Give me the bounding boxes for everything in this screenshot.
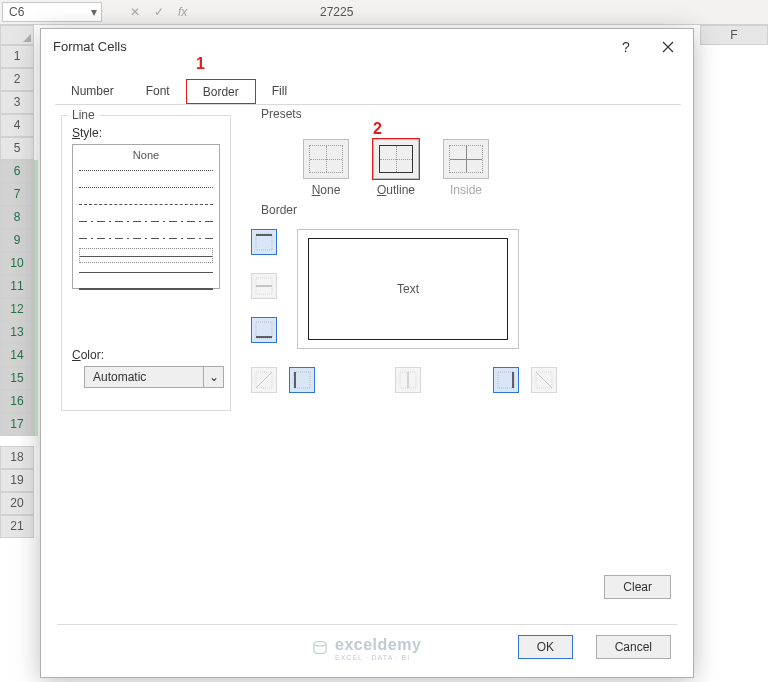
line-style-option[interactable] bbox=[79, 197, 213, 212]
diag-up-icon bbox=[255, 371, 273, 389]
presets-legend: Presets bbox=[257, 107, 306, 121]
select-all-triangle[interactable] bbox=[0, 25, 34, 45]
line-style-option[interactable] bbox=[79, 265, 213, 280]
border-diag-down-button[interactable] bbox=[531, 367, 557, 393]
row-header[interactable]: 16 bbox=[0, 390, 34, 413]
chevron-down-icon[interactable]: ▾ bbox=[91, 5, 97, 19]
line-color-dropdown-button[interactable]: ⌄ bbox=[204, 366, 224, 388]
border-bottom-button[interactable] bbox=[251, 317, 277, 343]
border-diag-up-button[interactable] bbox=[251, 367, 277, 393]
border-right-button[interactable] bbox=[493, 367, 519, 393]
border-vmiddle-icon bbox=[399, 371, 417, 389]
line-style-list[interactable]: None bbox=[72, 144, 220, 289]
chevron-down-icon: ⌄ bbox=[209, 370, 219, 384]
clear-label: Clear bbox=[623, 580, 652, 594]
row-header[interactable]: 19 bbox=[0, 469, 34, 492]
preset-none[interactable]: None bbox=[303, 139, 349, 197]
svg-rect-12 bbox=[498, 372, 514, 388]
clear-button[interactable]: Clear bbox=[604, 575, 671, 599]
line-style-option[interactable] bbox=[79, 214, 213, 229]
row-header[interactable]: 2 bbox=[0, 68, 34, 91]
svg-line-15 bbox=[536, 372, 552, 388]
border-legend: Border bbox=[257, 203, 301, 217]
preset-outline[interactable]: Outline bbox=[373, 139, 419, 197]
preview-text: Text bbox=[397, 282, 419, 296]
line-style-none[interactable]: None bbox=[73, 149, 219, 161]
name-box[interactable]: C6 ▾ bbox=[2, 2, 102, 22]
row-header[interactable]: 20 bbox=[0, 492, 34, 515]
cancel-label: Cancel bbox=[615, 640, 652, 654]
border-left-button[interactable] bbox=[289, 367, 315, 393]
border-vmiddle-button[interactable] bbox=[395, 367, 421, 393]
tab-strip: Number Font Border Fill bbox=[55, 79, 681, 105]
border-hmiddle-icon bbox=[255, 277, 273, 295]
row-header[interactable]: 5 bbox=[0, 137, 34, 160]
tab-font[interactable]: Font bbox=[130, 79, 186, 104]
ok-label: OK bbox=[537, 640, 554, 654]
line-style-option-selected[interactable] bbox=[79, 248, 213, 263]
preset-inside[interactable]: Inside bbox=[443, 139, 489, 197]
border-preview[interactable]: Text bbox=[297, 229, 519, 349]
row-header[interactable]: 1 bbox=[0, 45, 34, 68]
row-header[interactable]: 3 bbox=[0, 91, 34, 114]
presets-row: None Outline Inside bbox=[303, 139, 489, 197]
dialog-title: Format Cells bbox=[53, 39, 127, 54]
svg-line-7 bbox=[256, 372, 272, 388]
line-style-option[interactable] bbox=[79, 180, 213, 195]
svg-rect-4 bbox=[256, 322, 272, 338]
row-header[interactable]: 13 bbox=[0, 321, 34, 344]
name-box-value: C6 bbox=[9, 5, 24, 19]
ok-button[interactable]: OK bbox=[518, 635, 573, 659]
line-color-combo[interactable]: Automatic bbox=[84, 366, 204, 388]
border-right-icon bbox=[497, 371, 515, 389]
row-header[interactable]: 11 bbox=[0, 275, 34, 298]
row-header[interactable]: 18 bbox=[0, 446, 34, 469]
preset-none-icon bbox=[303, 139, 349, 179]
row-header[interactable]: 21 bbox=[0, 515, 34, 538]
svg-rect-0 bbox=[256, 234, 272, 250]
row-header[interactable]: 17 bbox=[0, 413, 34, 436]
watermark-tagline: EXCEL · DATA · BI bbox=[335, 654, 421, 661]
selection-edge bbox=[34, 160, 38, 436]
line-style-option[interactable] bbox=[79, 163, 213, 178]
line-group-legend: Line bbox=[68, 108, 99, 122]
tab-number[interactable]: Number bbox=[55, 79, 130, 104]
preset-none-label: None bbox=[303, 183, 349, 197]
row-header[interactable]: 10 bbox=[0, 252, 34, 275]
svg-point-16 bbox=[314, 641, 326, 646]
diag-down-icon bbox=[535, 371, 553, 389]
cancel-button[interactable]: Cancel bbox=[596, 635, 671, 659]
help-button[interactable]: ? bbox=[611, 35, 641, 59]
border-hmiddle-button[interactable] bbox=[251, 273, 277, 299]
row-header[interactable]: 15 bbox=[0, 367, 34, 390]
row-header[interactable]: 9 bbox=[0, 229, 34, 252]
row-header[interactable]: 6 bbox=[0, 160, 34, 183]
annotation-1: 1 bbox=[196, 55, 205, 73]
fx-icon[interactable]: fx bbox=[178, 5, 187, 19]
close-button[interactable] bbox=[651, 35, 685, 59]
color-label: Color: bbox=[72, 348, 104, 362]
database-icon bbox=[311, 640, 329, 658]
line-style-option[interactable] bbox=[79, 231, 213, 246]
line-style-option[interactable] bbox=[79, 282, 213, 297]
dialog-titlebar[interactable]: Format Cells bbox=[41, 29, 693, 63]
cancel-edit-icon: ✕ bbox=[130, 5, 140, 19]
tab-fill[interactable]: Fill bbox=[256, 79, 303, 104]
formula-input[interactable] bbox=[320, 2, 620, 22]
formula-bar-controls: ✕ ✓ fx bbox=[130, 2, 187, 22]
row-header[interactable]: 14 bbox=[0, 344, 34, 367]
watermark-brand: exceldemy bbox=[335, 636, 421, 654]
tab-border[interactable]: Border bbox=[186, 79, 256, 104]
border-bottom-icon bbox=[255, 321, 273, 339]
border-stage: Text bbox=[251, 229, 581, 405]
border-top-button[interactable] bbox=[251, 229, 277, 255]
row-header[interactable]: 8 bbox=[0, 206, 34, 229]
row-header[interactable]: 4 bbox=[0, 114, 34, 137]
footer-divider bbox=[57, 624, 677, 625]
column-header-f[interactable]: F bbox=[700, 25, 768, 45]
confirm-edit-icon: ✓ bbox=[154, 5, 164, 19]
row-header[interactable]: 7 bbox=[0, 183, 34, 206]
row-header[interactable]: 12 bbox=[0, 298, 34, 321]
line-color-value: Automatic bbox=[93, 370, 146, 384]
format-cells-dialog: Format Cells ? 1 Number Font Border Fill… bbox=[40, 28, 694, 678]
